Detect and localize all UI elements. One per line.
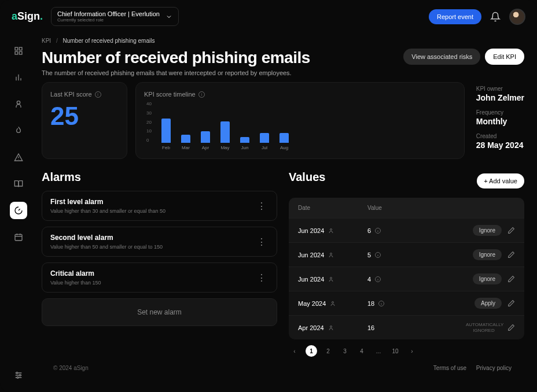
pager-page[interactable]: 2 <box>322 345 334 357</box>
chart-bar <box>181 135 190 143</box>
auto-ignored-label: AUTOMATICALLY IGNORED <box>466 322 502 333</box>
edit-kpi-button[interactable]: Edit KPI <box>485 49 524 65</box>
row-action-button[interactable]: Ignore <box>473 273 502 284</box>
svg-point-36 <box>330 326 332 327</box>
pager-prev[interactable]: ‹ <box>289 345 300 357</box>
pager-next[interactable]: › <box>406 345 418 357</box>
svg-point-17 <box>16 372 18 374</box>
kpi-created: 28 May 2024 <box>476 140 524 150</box>
chart-bar <box>279 133 289 143</box>
alarm-title: Second level alarm <box>50 234 255 242</box>
row-action-button[interactable]: Ignore <box>473 225 502 236</box>
alarm-title: First level alarm <box>50 198 255 206</box>
value-row: May 202418Apply <box>289 291 524 315</box>
user-icon <box>328 324 334 331</box>
alarm-title: Critical alarm <box>50 269 255 278</box>
pagination: ‹ 1234...10 › <box>289 345 524 357</box>
last-score-card: Last KPI scorei 25 <box>42 82 127 159</box>
svg-rect-3 <box>19 51 22 54</box>
notifications-button[interactable] <box>490 11 501 23</box>
info-icon <box>374 252 381 258</box>
nav-settings[interactable] <box>10 367 27 384</box>
book-icon <box>14 179 23 188</box>
pager-page[interactable]: 1 <box>306 345 317 357</box>
row-date: Jun 2024 <box>298 276 324 283</box>
role-sublabel: Currently selected role <box>57 17 160 23</box>
svg-rect-10 <box>15 234 22 241</box>
pager-page[interactable]: 3 <box>339 345 351 357</box>
nav-alerts[interactable] <box>10 149 27 166</box>
values-table: Date Value Jun 20246IgnoreJun 20245Ignor… <box>289 198 524 339</box>
y-axis: 403020100 <box>146 101 152 143</box>
view-risks-button[interactable]: View associated risks <box>403 49 480 65</box>
info-icon <box>374 227 381 234</box>
topbar: aSign. Chief Information Officer | Everl… <box>0 0 537 33</box>
kpi-owner: John Zelmer <box>476 93 524 102</box>
value-row: Jun 20246Ignore <box>289 218 524 242</box>
alarm-menu-button[interactable]: ⋮ <box>255 270 268 286</box>
row-value: 16 <box>367 324 374 331</box>
alarm-item[interactable]: Second level alarmValue higher than 50 a… <box>42 227 277 257</box>
timeline-chart: 403020100 <box>161 103 456 143</box>
row-value: 4 <box>367 276 371 283</box>
alarm-item[interactable]: First level alarmValue higher than 30 an… <box>42 191 277 221</box>
row-value: 18 <box>367 300 374 307</box>
nav-kpi[interactable] <box>10 202 27 219</box>
edit-icon[interactable] <box>507 227 515 234</box>
nav-risks[interactable] <box>10 122 27 139</box>
grid-icon <box>14 46 23 56</box>
value-row: Apr 202416AUTOMATICALLY IGNORED <box>289 315 524 339</box>
edit-icon[interactable] <box>507 324 515 331</box>
row-value: 6 <box>367 227 371 234</box>
row-action-button[interactable]: Apply <box>475 298 502 309</box>
terms-link[interactable]: Terms of use <box>433 365 466 371</box>
info-icon[interactable]: i <box>198 91 205 98</box>
sidebar <box>0 33 37 392</box>
privacy-link[interactable]: Privacy policy <box>476 365 512 371</box>
alarm-item[interactable]: Critical alarmValue higher than 150⋮ <box>42 262 277 293</box>
chart-bar <box>220 121 230 143</box>
nav-analytics[interactable] <box>10 69 27 86</box>
bar-chart-icon <box>14 73 23 82</box>
edit-icon[interactable] <box>507 275 515 283</box>
add-value-button[interactable]: + Add value <box>477 173 524 188</box>
logo[interactable]: aSign. <box>12 10 43 23</box>
chart-bar <box>240 137 249 143</box>
page-title: Number of received phishing emails <box>42 49 310 67</box>
row-date: May 2024 <box>298 300 326 307</box>
pager-page[interactable]: 4 <box>356 345 367 357</box>
values-title: Values <box>289 171 325 184</box>
row-date: Jun 2024 <box>298 252 324 258</box>
row-action-button[interactable]: Ignore <box>473 249 502 260</box>
chart-bar <box>260 133 269 143</box>
avatar[interactable] <box>509 9 525 25</box>
alarm-menu-button[interactable]: ⋮ <box>255 234 268 250</box>
svg-rect-0 <box>15 47 18 50</box>
svg-point-19 <box>17 377 19 379</box>
sliders-icon <box>14 371 23 380</box>
svg-point-18 <box>19 375 21 376</box>
report-event-button[interactable]: Report event <box>429 9 481 24</box>
pager-page[interactable]: 10 <box>389 345 401 357</box>
alarm-desc: Value higher than 150 <box>50 280 255 286</box>
nav-docs[interactable] <box>10 175 27 193</box>
bell-icon <box>490 12 501 22</box>
alarm-menu-button[interactable]: ⋮ <box>255 198 268 214</box>
role-selector[interactable]: Chief Information Officer | Everlution C… <box>51 7 179 26</box>
nav-calendar[interactable] <box>10 228 27 246</box>
breadcrumb-root[interactable]: KPI <box>42 38 51 44</box>
pager-page[interactable]: ... <box>373 345 384 357</box>
edit-icon[interactable] <box>507 299 515 307</box>
alarm-desc: Value higher than 50 and smaller or equa… <box>50 244 255 250</box>
svg-rect-1 <box>19 47 22 50</box>
value-row: Jun 20244Ignore <box>289 267 524 291</box>
svg-point-32 <box>332 301 334 303</box>
footer: © 2024 aSign Terms of use Privacy policy <box>42 357 524 376</box>
info-icon[interactable]: i <box>95 91 101 98</box>
nav-dashboard[interactable] <box>10 42 27 60</box>
edit-icon[interactable] <box>507 251 515 258</box>
alarm-desc: Value higher than 30 and smaller or equa… <box>50 208 255 214</box>
set-new-alarm-button[interactable]: Set new alarm <box>42 298 277 326</box>
nav-users[interactable] <box>10 95 27 113</box>
breadcrumb: KPI / Number of received phishing emails <box>42 38 524 44</box>
